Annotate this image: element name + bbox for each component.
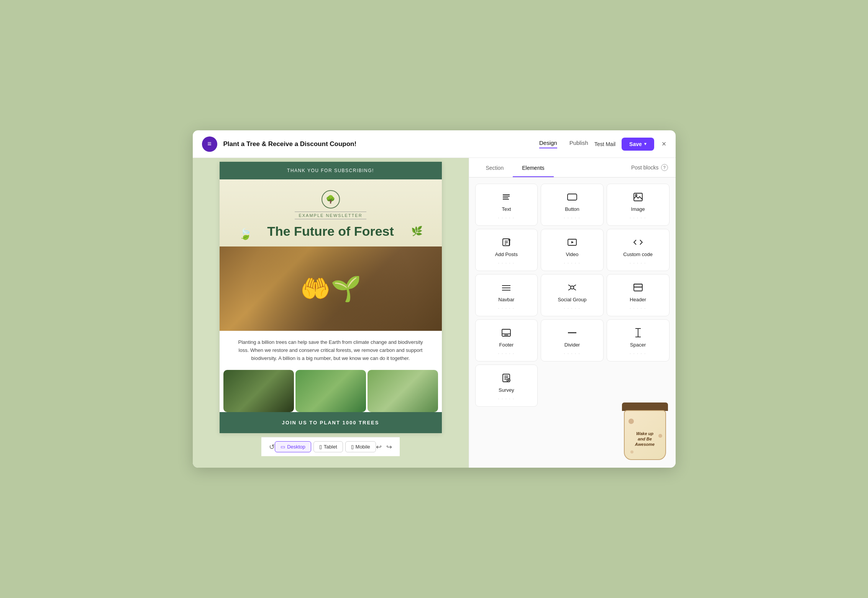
survey-label: Survey xyxy=(499,387,514,393)
svg-rect-4 xyxy=(568,194,577,200)
video-label: Video xyxy=(566,251,578,257)
element-custom-code[interactable]: Custom code · · · · · xyxy=(607,229,669,271)
test-mail-button[interactable]: Test Mail xyxy=(594,141,615,147)
element-navbar[interactable]: Navbar · · · · · xyxy=(475,274,538,316)
navbar-label: Navbar xyxy=(498,297,514,302)
navbar-icon xyxy=(501,282,512,293)
text-icon xyxy=(501,192,512,202)
custom-code-label: Custom code xyxy=(623,251,653,257)
header: ≡ Plant a Tree & Receive a Discount Coup… xyxy=(193,130,676,158)
email-photo-3 xyxy=(368,370,438,412)
email-cta-section: JOIN US TO PLANT 1000 TREES xyxy=(220,412,442,433)
panel-tabs: Section Elements Post blocks ? xyxy=(469,158,676,177)
tab-elements[interactable]: Elements xyxy=(513,158,553,177)
email-title: The Future of Forest xyxy=(250,224,411,239)
logo-icon: ≡ xyxy=(202,136,217,152)
image-icon xyxy=(633,192,643,202)
footer-icon xyxy=(501,327,512,338)
main-area: THANK YOU FOR SUBSCRIBING! 🌳 EXAMPLE NEW… xyxy=(193,158,676,468)
add-posts-label: Add Posts xyxy=(495,251,518,257)
tablet-view-button[interactable]: ▯ Tablet xyxy=(313,441,343,452)
email-photo-1 xyxy=(223,370,294,412)
divider-label: Divider xyxy=(564,342,580,348)
email-logo-icon: 🌳 xyxy=(322,190,340,209)
footer-label: Footer xyxy=(499,342,514,348)
survey-icon xyxy=(501,373,512,383)
redo-button[interactable]: ↪ xyxy=(386,443,392,451)
email-main-image: 🤲🌱 xyxy=(220,246,442,331)
divider-icon xyxy=(567,327,578,338)
tab-section[interactable]: Section xyxy=(477,158,513,177)
post-blocks-tab[interactable]: Post blocks xyxy=(631,164,659,171)
element-button[interactable]: Button · · · · · xyxy=(541,184,604,226)
mobile-icon: ▯ xyxy=(351,444,354,450)
leaf-right-icon: 🌿 xyxy=(411,226,423,237)
element-divider[interactable]: Divider · · · · · xyxy=(541,319,604,361)
button-label: Button xyxy=(565,206,579,212)
hands-seedling-icon: 🤲🌱 xyxy=(300,274,361,303)
element-footer[interactable]: Footer · · · · · xyxy=(475,319,538,361)
email-preview: THANK YOU FOR SUBSCRIBING! 🌳 EXAMPLE NEW… xyxy=(220,162,442,433)
chevron-down-icon: ▾ xyxy=(644,141,646,146)
svg-point-18 xyxy=(571,286,574,289)
text-label: Text xyxy=(502,206,511,212)
element-add-posts[interactable]: Add Posts · · · · · xyxy=(475,229,538,271)
svg-line-19 xyxy=(568,285,571,286)
email-cta-title: JOIN US TO PLANT 1000 TREES xyxy=(227,420,434,426)
elements-grid: Text · · · · · Button · · · · · xyxy=(469,177,676,413)
svg-line-22 xyxy=(573,289,576,290)
element-header[interactable]: Header · · · · · xyxy=(607,274,669,316)
element-text[interactable]: Text · · · · · xyxy=(475,184,538,226)
email-photo-2 xyxy=(295,370,366,412)
header-actions: Test Mail Save ▾ × xyxy=(594,138,666,151)
help-icon[interactable]: ? xyxy=(661,164,668,171)
header-tabs: Design Publish xyxy=(539,140,588,148)
header-title: Plant a Tree & Receive a Discount Coupon… xyxy=(223,140,533,148)
email-newsletter-label: EXAMPLE NEWSLETTER xyxy=(295,212,366,219)
tab-design[interactable]: Design xyxy=(539,140,557,148)
preview-panel: THANK YOU FOR SUBSCRIBING! 🌳 EXAMPLE NEW… xyxy=(193,158,469,468)
undo-button[interactable]: ↩ xyxy=(376,443,382,451)
preview-toolbar: ↺ ▭ Desktop ▯ Tablet ▯ Mobile xyxy=(261,437,400,456)
desktop-icon: ▭ xyxy=(281,444,285,450)
add-posts-icon xyxy=(501,237,512,248)
tablet-icon: ▯ xyxy=(319,444,322,450)
social-group-label: Social Group xyxy=(558,297,586,302)
svg-marker-14 xyxy=(571,241,574,243)
element-social-group[interactable]: Social Group · · · · · xyxy=(541,274,604,316)
save-button[interactable]: Save ▾ xyxy=(622,138,654,151)
mobile-view-button[interactable]: ▯ Mobile xyxy=(345,441,376,452)
spacer-icon xyxy=(633,327,643,338)
element-image[interactable]: Image · · · · · xyxy=(607,184,669,226)
header-element-icon xyxy=(633,282,643,293)
spacer-label: Spacer xyxy=(630,342,646,348)
button-icon xyxy=(567,192,578,202)
svg-point-6 xyxy=(635,194,637,196)
svg-rect-24 xyxy=(634,284,642,287)
element-spacer[interactable]: Spacer · · · · · xyxy=(607,319,669,361)
element-survey[interactable]: Survey · · · · · xyxy=(475,365,538,407)
email-body-text: Planting a billion trees can help save t… xyxy=(220,331,442,370)
desktop-view-button[interactable]: ▭ Desktop xyxy=(275,441,311,452)
custom-code-icon xyxy=(633,237,643,248)
email-hero: 🌳 EXAMPLE NEWSLETTER 🍃 The Future of For… xyxy=(220,179,442,246)
close-button[interactable]: × xyxy=(662,140,666,148)
coffee-cup-text: Wake upand BeAwesome xyxy=(633,423,657,447)
reset-button[interactable]: ↺ xyxy=(269,443,275,451)
header-element-label: Header xyxy=(630,297,646,302)
image-label: Image xyxy=(631,206,645,212)
social-group-icon xyxy=(567,282,578,293)
tab-publish[interactable]: Publish xyxy=(569,140,588,148)
svg-line-21 xyxy=(568,289,571,290)
email-photos-row xyxy=(220,370,442,412)
app-window: ≡ Plant a Tree & Receive a Discount Coup… xyxy=(193,130,676,468)
email-top-bar: THANK YOU FOR SUBSCRIBING! xyxy=(220,162,442,179)
video-icon xyxy=(567,237,578,248)
svg-line-20 xyxy=(573,285,576,286)
element-video[interactable]: Video · · · · · xyxy=(541,229,604,271)
right-panel: Section Elements Post blocks ? Te xyxy=(469,158,676,468)
